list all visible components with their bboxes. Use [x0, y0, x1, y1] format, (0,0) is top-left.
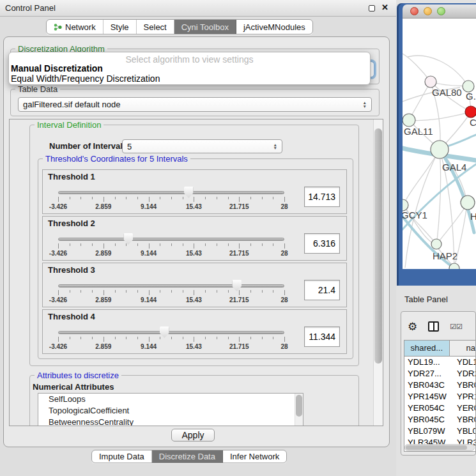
table-data-title: Table Data — [15, 84, 60, 94]
table-row[interactable]: YDR27...YDR2 — [404, 368, 476, 380]
tab-infer-network[interactable]: Infer Network — [223, 450, 286, 463]
slider-tick-labels: -3.4262.8599.14415.4321.71528 — [58, 296, 284, 304]
threshold-value-field[interactable]: 21.4 — [304, 280, 340, 300]
tab-jactivemnodules[interactable]: jActiveMNodules — [236, 20, 312, 34]
gear-icon[interactable]: ⚙ — [408, 321, 417, 332]
cell-name[interactable]: YDR2 — [452, 368, 476, 380]
attribute-item[interactable]: BetweennessCentrality — [38, 417, 303, 426]
threshold-panel: Threshold 1-3.4262.8599.14415.4321.71528… — [42, 169, 347, 214]
table-data-combobox[interactable]: galFiltered.sif default node ▲▼ — [18, 97, 372, 112]
cell-name[interactable]: YBR0 — [452, 380, 476, 391]
threshold-panel: Threshold 2-3.4262.8599.14415.4321.71528… — [42, 216, 347, 261]
combo-spinner-icon[interactable]: ▲▼ — [273, 143, 277, 150]
number-of-intervals-combobox[interactable]: 5 ▲▼ — [122, 139, 282, 153]
cell-name[interactable]: YBL0 — [452, 426, 476, 437]
zoom-traffic-light-icon[interactable] — [437, 7, 445, 15]
cell-shared-name[interactable]: YDR27... — [404, 368, 452, 380]
table-row[interactable]: YBL079WYBL0 — [404, 426, 476, 437]
settings-scrollbar-thumb[interactable] — [374, 128, 382, 364]
threshold-value-field[interactable]: 6.316 — [304, 233, 340, 254]
tab-label: Infer Network — [230, 452, 279, 461]
threshold-label: Threshold 1 — [48, 172, 95, 181]
select-columns-checkboxes-icon[interactable]: ☑☑ — [450, 323, 463, 331]
network-node[interactable] — [461, 196, 475, 210]
network-window-titlebar — [403, 4, 476, 19]
network-node-label: C — [470, 117, 476, 128]
slider-ticks — [58, 197, 284, 202]
network-node[interactable] — [425, 76, 436, 88]
algorithm-option[interactable]: Manual Discretization — [11, 63, 103, 73]
cell-shared-name[interactable]: YDL19... — [404, 357, 452, 368]
attribute-items: SelfLoopsTopologicalCoefficientBetweenne… — [38, 394, 303, 426]
threshold-label: Threshold 4 — [48, 312, 95, 321]
cell-shared-name[interactable]: YBR043C — [404, 380, 452, 391]
slider-ticks — [58, 243, 284, 249]
cell-shared-name[interactable]: YBR045C — [404, 414, 452, 426]
close-icon[interactable]: ✕ — [381, 3, 388, 12]
float-window-icon[interactable] — [369, 5, 375, 12]
table-row[interactable]: YBR043CYBR0 — [404, 380, 476, 391]
network-node[interactable] — [431, 239, 441, 249]
table-row[interactable]: YDL19...YDL1 — [404, 357, 476, 368]
bottom-tab-bar: Impute DataDiscretize DataInfer Network — [91, 450, 287, 463]
slider-ticks — [58, 290, 284, 295]
network-node[interactable] — [431, 141, 449, 158]
tab-select[interactable]: Select — [137, 20, 174, 34]
control-panel: Control Panel ✕ NetworkStyleSelectCyni T… — [0, 0, 396, 476]
network-canvas[interactable]: GAL80G.CGAL11GAL4GCY1HHAP2 — [403, 19, 476, 269]
table-hscrollbar[interactable] — [404, 444, 475, 451]
tab-label: Select — [144, 22, 167, 32]
attribute-item[interactable]: SelfLoops — [38, 394, 303, 405]
tab-discretize-data[interactable]: Discretize Data — [152, 450, 223, 463]
column-header-shared[interactable]: shared... — [404, 341, 450, 357]
thresholds-group: Threshold's Coordinates for 5 Intervals … — [38, 158, 353, 359]
node-table[interactable]: shared... na YDL19...YDL1YDR27...YDR2YBR… — [404, 340, 476, 452]
attributes-scrollbar-thumb[interactable] — [296, 395, 302, 417]
column-header-name[interactable]: na — [450, 341, 476, 357]
cell-name[interactable]: YER0 — [452, 403, 476, 414]
network-node-label: GAL4 — [442, 162, 466, 173]
attribute-item[interactable]: TopologicalCoefficient — [38, 405, 303, 417]
apply-button[interactable]: Apply — [171, 429, 215, 441]
close-traffic-light-icon[interactable] — [410, 7, 418, 15]
network-icon — [54, 23, 62, 31]
slider-tick-labels: -3.4262.8599.14415.4321.71528 — [58, 203, 284, 211]
columns-icon[interactable] — [428, 321, 439, 332]
slider-track[interactable] — [58, 238, 284, 241]
number-of-intervals-value: 5 — [127, 142, 132, 151]
tab-network[interactable]: Network — [47, 20, 104, 34]
network-node[interactable] — [403, 114, 415, 127]
numerical-attributes-list[interactable]: SelfLoopsTopologicalCoefficientBetweenne… — [38, 393, 303, 426]
tab-label: Impute Data — [99, 452, 144, 461]
tab-style[interactable]: Style — [104, 20, 137, 34]
cell-shared-name[interactable]: YBL079W — [404, 426, 452, 437]
table-row[interactable]: YPR145WYPR1 — [404, 391, 476, 403]
table-hscrollbar-thumb[interactable] — [406, 445, 467, 450]
slider-track[interactable] — [58, 191, 284, 194]
slider-track[interactable] — [58, 284, 284, 288]
tab-impute-data[interactable]: Impute Data — [92, 450, 152, 463]
cell-shared-name[interactable]: YPR145W — [404, 391, 452, 403]
settings-scrollbar[interactable] — [373, 119, 383, 426]
table-row[interactable]: YBR045CYBR0 — [404, 414, 476, 426]
algorithm-option[interactable]: Equal Width/Frequency Discretization — [11, 73, 160, 84]
combo-spinner-icon[interactable]: ▲▼ — [363, 101, 367, 108]
threshold-value-field[interactable]: 11.344 — [304, 326, 340, 347]
right-pane: GAL80G.CGAL11GAL4GCY1HHAP2 Table Panel ⚙… — [396, 0, 476, 476]
algorithm-dropdown-popup: Select algorithm to view settings Manual… — [8, 52, 371, 85]
table-panel-toolbar: ⚙ ☑☑ — [408, 316, 475, 337]
cell-name[interactable]: YPR1 — [452, 391, 476, 403]
minimize-traffic-light-icon[interactable] — [424, 7, 432, 15]
table-panel: ⚙ ☑☑ shared... na YDL19...YDL1YDR27...YD… — [401, 311, 476, 456]
tab-cyni-toolbox[interactable]: Cyni Toolbox — [174, 20, 236, 34]
cell-name[interactable]: YDL1 — [452, 357, 476, 368]
table-row[interactable]: YER054CYER0 — [404, 403, 476, 414]
threshold-value-field[interactable]: 14.713 — [304, 187, 340, 207]
network-node[interactable] — [465, 106, 476, 118]
interval-definition-group: Interval Definition Number of Intervals … — [29, 125, 359, 366]
slider-track[interactable] — [58, 331, 284, 334]
network-node-label: GAL80 — [432, 87, 462, 98]
cell-shared-name[interactable]: YER054C — [404, 403, 452, 414]
cell-name[interactable]: YBR0 — [452, 414, 476, 426]
attributes-scrollbar[interactable] — [295, 394, 303, 426]
